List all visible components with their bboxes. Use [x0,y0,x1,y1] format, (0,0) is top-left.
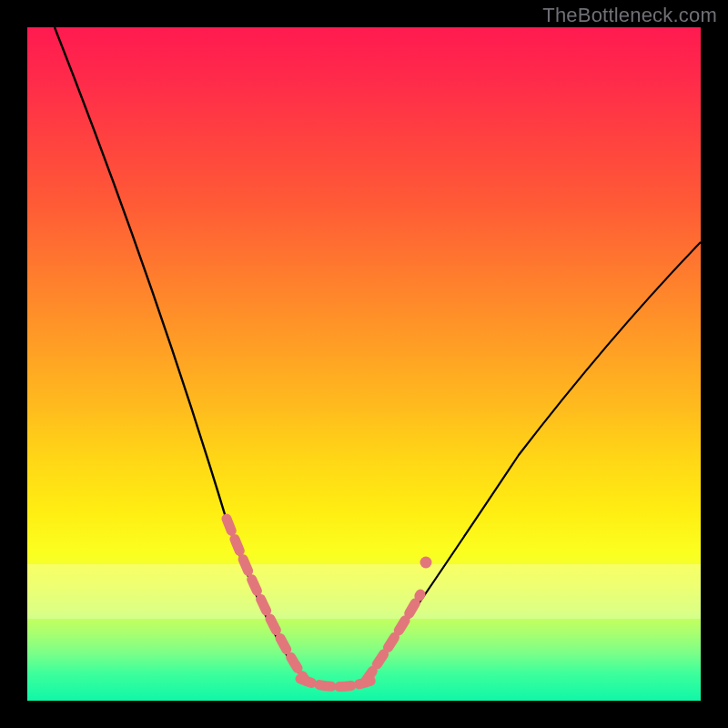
right-curve [366,242,701,681]
marker-dot [420,557,432,569]
marker-floor [300,679,371,687]
chart-frame: TheBottleneck.com [0,0,728,728]
plot-area [27,27,701,701]
curve-layer [27,27,701,701]
attribution-text: TheBottleneck.com [542,4,717,27]
marker-right [366,594,420,681]
left-curve [55,27,306,681]
marker-left [227,519,306,681]
